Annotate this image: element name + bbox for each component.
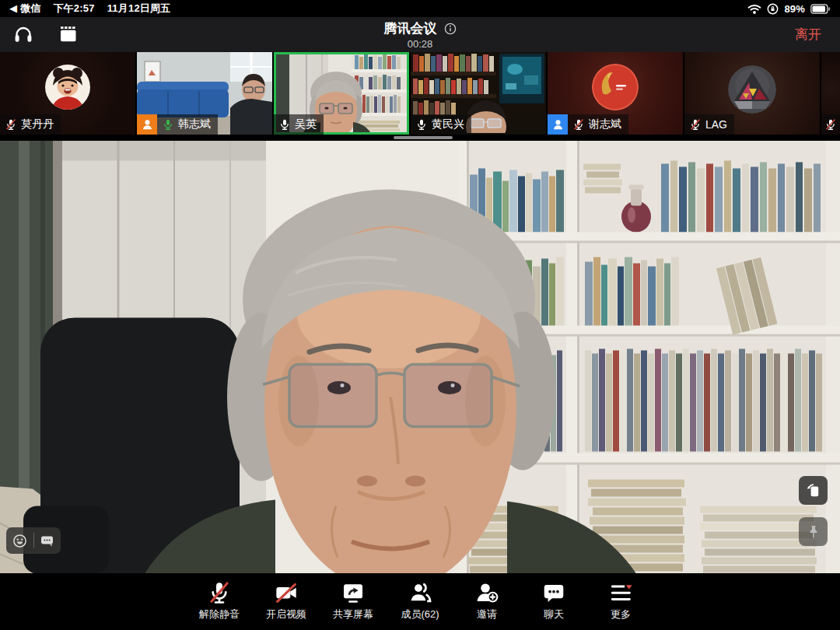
- avatar: [728, 65, 776, 114]
- participant-tile-5[interactable]: 谢志斌: [548, 52, 683, 135]
- chat-button[interactable]: 聊天: [520, 573, 587, 620]
- toolbar-item-label: 解除静音: [199, 609, 240, 619]
- main-video-stage[interactable]: [0, 141, 840, 573]
- members-icon: [408, 579, 432, 606]
- reaction-pill: [6, 527, 61, 554]
- mic-muted-icon: [689, 118, 702, 131]
- status-time: 下午2:57: [53, 2, 94, 16]
- mic-on-icon: [162, 118, 174, 131]
- participant-tile-2[interactable]: 韩志斌: [137, 52, 272, 135]
- participant-filmstrip: 莫丹丹: [0, 52, 840, 135]
- members-button[interactable]: 成员(62): [387, 573, 453, 620]
- participant-name: 莫丹丹: [21, 117, 54, 131]
- participant-name: 吴英: [295, 117, 317, 131]
- quick-chat-button[interactable]: [40, 534, 54, 548]
- mic-on-icon: [415, 118, 428, 131]
- pin-icon: [806, 524, 821, 540]
- person-badge-icon: [551, 118, 565, 131]
- meeting-title: 腾讯会议: [384, 19, 437, 37]
- rotate-screen-icon: [804, 481, 822, 499]
- participant-tile-7[interactable]: [821, 52, 840, 135]
- camera-off-icon: [274, 579, 299, 606]
- speaker-video-scene: [0, 141, 840, 573]
- participant-tile-4[interactable]: 黄民兴: [411, 52, 546, 135]
- wifi-icon: [747, 4, 761, 14]
- battery-percent: 89%: [784, 3, 805, 15]
- pyramid-avatar-image: [728, 65, 776, 114]
- participant-tile-3[interactable]: 吴英: [274, 52, 409, 135]
- quick-chat-icon: [40, 534, 54, 548]
- tencent-meeting-app: ◀ 微信 下午2:57 11月12日周五 89%: [0, 0, 840, 630]
- avatar: [45, 65, 90, 110]
- bottom-toolbar: 解除静音 开启视频 共享屏幕 成员(62: [0, 573, 840, 630]
- rotate-screen-button[interactable]: [799, 476, 828, 505]
- share-screen-button[interactable]: 共享屏幕: [320, 573, 387, 620]
- filmstrip-scroll-indicator[interactable]: [394, 136, 453, 139]
- back-to-wechat-link[interactable]: ◀ 微信: [9, 2, 40, 16]
- toolbar-item-label: 更多: [611, 609, 631, 619]
- mic-muted-icon: [572, 118, 585, 131]
- girl-avatar-image: [45, 65, 90, 110]
- more-icon: [608, 579, 633, 606]
- mic-muted-icon: [5, 118, 17, 131]
- participant-name: LAG: [705, 118, 727, 131]
- host-badge: [137, 114, 157, 135]
- toolbar-item-label: 邀请: [477, 609, 497, 619]
- participant-tile-6[interactable]: LAG: [684, 52, 820, 135]
- participant-tile-1[interactable]: 莫丹丹: [0, 52, 135, 135]
- emoji-reaction-button[interactable]: [12, 534, 27, 548]
- info-icon[interactable]: [444, 23, 457, 35]
- orientation-lock-icon: [767, 3, 779, 15]
- leave-meeting-button[interactable]: 离开: [790, 25, 826, 44]
- more-button[interactable]: 更多: [587, 573, 654, 620]
- mic-on-icon: [278, 118, 291, 131]
- pin-button[interactable]: [799, 517, 828, 546]
- avatar: [592, 64, 639, 110]
- invite-button[interactable]: 邀请: [453, 573, 520, 620]
- toolbar-item-label: 开启视频: [266, 609, 306, 619]
- toolbar-item-label: 聊天: [544, 609, 564, 619]
- chat-icon: [541, 579, 566, 606]
- participant-name: 韩志斌: [178, 117, 211, 131]
- toolbar-item-label: 成员(62): [401, 609, 439, 619]
- meeting-header: 腾讯会议 00:28 离开: [0, 17, 840, 52]
- participant-name: 黄民兴: [432, 117, 464, 131]
- participant-name: 谢志斌: [589, 117, 621, 131]
- start-video-button[interactable]: 开启视频: [253, 573, 320, 620]
- battery-icon: [810, 4, 831, 14]
- mic-muted-icon: [824, 118, 837, 131]
- status-bar: ◀ 微信 下午2:57 11月12日周五 89%: [0, 0, 840, 17]
- participant-badge: [548, 114, 568, 135]
- status-date: 11月12日周五: [107, 2, 171, 16]
- emoji-icon: [12, 534, 27, 548]
- person-badge-icon: [141, 118, 154, 131]
- toolbar-item-label: 共享屏幕: [333, 609, 373, 619]
- red-emblem-avatar-image: [592, 64, 639, 110]
- unmute-button[interactable]: 解除静音: [186, 573, 253, 620]
- invite-icon: [474, 579, 499, 606]
- mic-muted-icon: [207, 579, 232, 606]
- meeting-duration: 00:28: [0, 38, 840, 50]
- share-screen-icon: [341, 579, 366, 606]
